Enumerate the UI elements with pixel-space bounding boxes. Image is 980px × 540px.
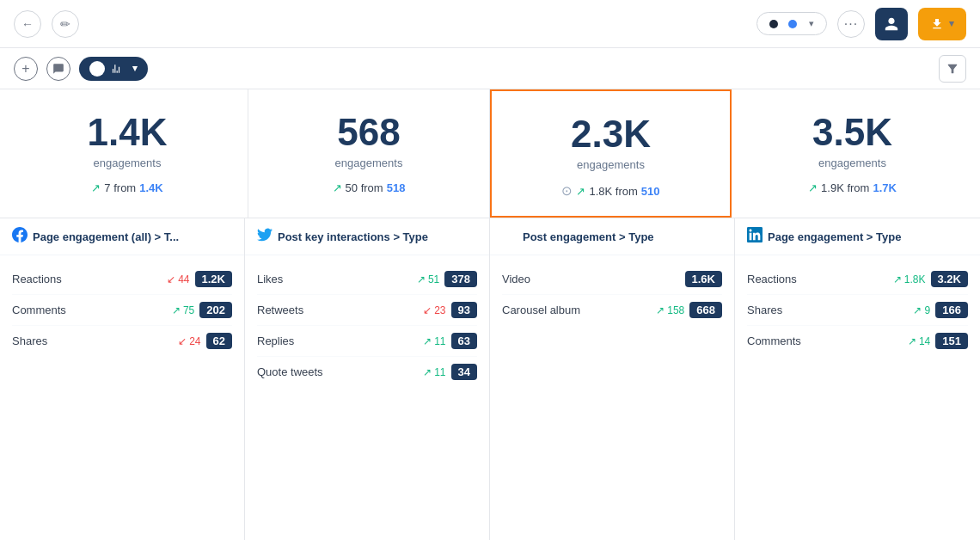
chart-title: Page engagement > Type <box>768 230 901 243</box>
stat-card-1[interactable]: 568 engagements ↗ 50 from 518 <box>248 89 490 218</box>
export-button[interactable]: ▾ <box>918 8 966 40</box>
change-arrow-icon-2: ↗ <box>576 185 585 198</box>
chat-icon <box>52 63 64 75</box>
chart-row-0: Reactions ↗ 1.8K 3.2K <box>747 264 968 295</box>
chart-row-right: ↙ 24 62 <box>178 333 232 349</box>
chart-body: Reactions ↙ 44 1.2K Comments ↗ 75 202 Sh… <box>0 255 244 540</box>
linkedin-icon <box>747 227 763 246</box>
change-arrow-icon-1: ↗ <box>333 181 342 194</box>
change-text-1: 50 from <box>346 181 383 194</box>
chart-row-1: Retweets ↙ 23 93 <box>257 295 477 326</box>
edit-button[interactable]: ✏ <box>52 10 79 38</box>
change-val: ↗ 158 <box>656 304 684 316</box>
chart-card-linkedin: Page engagement > Type Reactions ↗ 1.8K … <box>735 218 980 540</box>
chart-row-label: Shares <box>747 304 816 316</box>
chart-row-1: Carousel album ↗ 158 668 <box>502 295 722 325</box>
user-button[interactable] <box>875 8 908 40</box>
chart-header: Post engagement > Type <box>490 218 734 255</box>
chart-row-0: Likes ↗ 51 378 <box>257 264 477 295</box>
change-text-2: 1.8K from <box>589 185 637 198</box>
change-arrow-icon-3: ↗ <box>808 181 818 194</box>
chart-row-right: ↗ 51 378 <box>417 271 477 287</box>
chart-card-instagram: Post engagement > Type Video 1.6K Carous… <box>490 218 735 540</box>
stat-change-2: ⊙ ↗ 1.8K from 510 <box>512 183 709 199</box>
social-accounts-count <box>89 61 105 77</box>
change-val: ↗ 11 <box>423 366 446 378</box>
chart-title: Page engagement (all) > T... <box>33 230 179 243</box>
chart-row-1: Comments ↗ 75 202 <box>12 295 232 326</box>
change-val: ↙ 44 <box>167 273 190 285</box>
charts-row: Page engagement (all) > T... Reactions ↙… <box>0 218 980 540</box>
chart-badge: 63 <box>451 333 477 349</box>
chart-row-1: Shares ↗ 9 166 <box>747 295 968 326</box>
chart-row-label: Reactions <box>747 273 816 285</box>
top-navigation: ← ✏ ▾ ··· ▾ <box>0 0 980 48</box>
chart-card-twitter: Post key interactions > Type Likes ↗ 51 … <box>245 218 490 540</box>
chart-row-label: Video <box>502 273 571 285</box>
stat-card-0[interactable]: 1.4K engagements ↗ 7 from 1.4K <box>7 89 248 218</box>
stat-value-2: 2.3K <box>512 115 709 153</box>
change-from-val-1: 518 <box>387 181 406 194</box>
twitter-icon <box>257 227 273 246</box>
change-val: ↙ 24 <box>178 335 201 347</box>
export-chevron-icon: ▾ <box>949 18 954 29</box>
chart-row-label: Comments <box>12 304 81 316</box>
chart-row-right: ↗ 14 151 <box>908 333 968 349</box>
chart-row-2: Shares ↙ 24 62 <box>12 326 232 356</box>
change-val: ↗ 11 <box>423 335 446 347</box>
chart-badge: 668 <box>689 302 722 318</box>
change-from-val-3: 1.7K <box>873 181 896 194</box>
chart-badge: 34 <box>451 364 477 380</box>
filter-button[interactable] <box>939 55 966 83</box>
social-accounts-chevron-icon: ▾ <box>132 63 138 74</box>
stats-row: 1.4K engagements ↗ 7 from 1.4K 568 engag… <box>0 89 980 218</box>
chart-title: Post engagement > Type <box>523 230 654 243</box>
change-val: ↗ 1.8K <box>893 273 926 285</box>
sub-navigation: + ▾ <box>0 48 980 89</box>
chart-row-2: Comments ↗ 14 151 <box>747 326 968 356</box>
filter-icon <box>946 62 959 76</box>
social-accounts-button[interactable]: ▾ <box>79 57 148 81</box>
chart-badge: 3.2K <box>931 271 968 287</box>
change-from-val-2: 510 <box>641 185 660 198</box>
change-text-0: 7 from <box>104 181 136 194</box>
chart-row-right: ↙ 23 93 <box>423 302 477 318</box>
comment-button[interactable] <box>46 57 70 81</box>
main-content: 1.4K engagements ↗ 7 from 1.4K 568 engag… <box>0 89 980 540</box>
chart-card-facebook: Page engagement (all) > T... Reactions ↙… <box>0 218 245 540</box>
back-button[interactable]: ← <box>14 10 41 38</box>
stat-value-3: 3.5K <box>752 114 952 151</box>
stat-label-2: engagements <box>512 158 709 171</box>
chart-row-right: ↗ 1.8K 3.2K <box>893 271 969 287</box>
add-widget-button[interactable]: + <box>14 57 38 81</box>
user-icon <box>884 16 899 32</box>
change-val: ↗ 14 <box>908 335 931 347</box>
chart-row-right: ↗ 11 63 <box>423 333 477 349</box>
change-val: ↗ 9 <box>913 304 930 316</box>
change-val: ↙ 23 <box>423 304 446 316</box>
chart-badge: 1.2K <box>195 271 232 287</box>
chart-row-2: Replies ↗ 11 63 <box>257 326 477 357</box>
chart-row-0: Reactions ↙ 44 1.2K <box>12 264 232 295</box>
chart-row-label: Shares <box>12 334 81 347</box>
chart-header: Page engagement > Type <box>735 218 980 255</box>
chart-badge: 378 <box>444 271 477 287</box>
stat-change-3: ↗ 1.9K from 1.7K <box>752 181 952 194</box>
chart-row-0: Video 1.6K <box>502 264 722 295</box>
chart-row-label: Carousel album <box>502 304 580 316</box>
chart-badge: 1.6K <box>685 271 722 287</box>
stat-change-0: ↗ 7 from 1.4K <box>28 181 227 194</box>
date-range-selector[interactable]: ▾ <box>756 12 827 35</box>
stat-label-0: engagements <box>28 156 227 169</box>
change-arrow-icon-0: ↗ <box>91 181 101 194</box>
current-period-dot <box>769 20 778 28</box>
chart-body: Video 1.6K Carousel album ↗ 158 668 <box>490 255 734 540</box>
more-options-button[interactable]: ··· <box>837 10 865 38</box>
compare-icon: ⊙ <box>561 183 573 199</box>
stat-card-2[interactable]: 2.3K engagements ⊙ ↗ 1.8K from 510 <box>490 89 732 218</box>
stat-card-3[interactable]: 3.5K engagements ↗ 1.9K from 1.7K <box>732 89 973 218</box>
chart-header: Post key interactions > Type <box>245 218 489 255</box>
facebook-icon <box>12 227 28 246</box>
change-val: ↗ 75 <box>172 304 195 316</box>
chart-body: Reactions ↗ 1.8K 3.2K Shares ↗ 9 166 Com… <box>735 255 980 540</box>
